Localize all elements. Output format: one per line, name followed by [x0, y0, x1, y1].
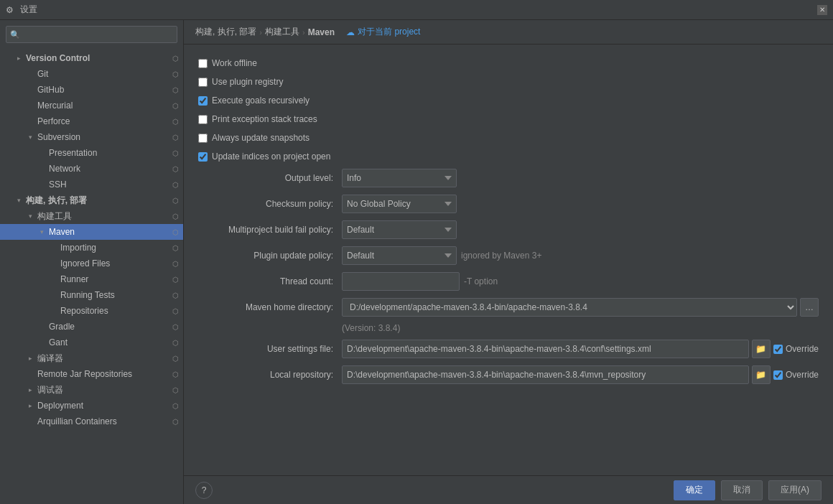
sidebar-item-presentation[interactable]: Presentation ⬡: [0, 145, 183, 161]
user-settings-override-checkbox[interactable]: [773, 345, 783, 354]
external-icon: ⬡: [170, 243, 180, 253]
sidebar-item-compiler[interactable]: 编译器 ⬡: [0, 350, 183, 366]
sidebar-item-remote-jar[interactable]: Remote Jar Repositories ⬡: [0, 366, 183, 382]
search-input[interactable]: [6, 26, 177, 43]
confirm-button[interactable]: 确定: [674, 480, 715, 500]
cancel-button[interactable]: 取消: [721, 480, 763, 500]
output-level-select[interactable]: Info Debug Warn Error: [342, 169, 457, 187]
user-settings-input[interactable]: [342, 340, 749, 358]
sidebar-item-ignored-files[interactable]: Ignored Files ⬡: [0, 256, 183, 271]
external-icon: ⬡: [170, 211, 180, 221]
project-link[interactable]: ☁ 对于当前 project: [346, 26, 420, 38]
breadcrumb-item-2: 构建工具: [265, 26, 299, 38]
local-repo-input[interactable]: [342, 365, 749, 384]
thread-count-note: -T option: [464, 276, 498, 286]
sidebar: 🔍 Version Control ⬡ Git ⬡ GitHub ⬡: [0, 20, 184, 504]
local-repo-dir-row: 📁: [342, 365, 771, 384]
sidebar-item-maven[interactable]: Maven ⬡: [0, 224, 183, 240]
sidebar-item-importing[interactable]: Importing ⬡: [0, 240, 183, 256]
external-icon: ⬡: [170, 401, 180, 411]
sidebar-item-runner[interactable]: Runner ⬡: [0, 271, 183, 287]
multiproject-build-select[interactable]: Default Always Fail Never Fail: [342, 220, 457, 239]
plugin-update-label: Plugin update policy:: [198, 251, 342, 261]
checkbox-always-update-label[interactable]: Always update snapshots: [212, 133, 310, 143]
sidebar-item-github[interactable]: GitHub ⬡: [0, 82, 183, 98]
thread-count-input[interactable]: [342, 272, 460, 291]
local-repo-browse-btn[interactable]: 📁: [752, 365, 771, 384]
sidebar-item-deployment[interactable]: Deployment ⬡: [0, 398, 183, 414]
main-container: 🔍 Version Control ⬡ Git ⬡ GitHub ⬡: [0, 20, 833, 504]
expand-arrow: [26, 212, 34, 220]
sidebar-item-perforce[interactable]: Perforce ⬡: [0, 113, 183, 129]
search-box: 🔍: [6, 26, 177, 43]
checkbox-execute-goals[interactable]: [198, 96, 208, 106]
sidebar-item-gradle[interactable]: Gradle ⬡: [0, 319, 183, 335]
user-settings-dir-row: 📁: [342, 340, 771, 358]
bottom-bar: ? 确定 取消 应用(A): [184, 475, 833, 504]
plugin-update-note: ignored by Maven 3+: [461, 251, 541, 261]
checksum-policy-control: No Global Policy Fail Warn: [342, 195, 819, 213]
sidebar-item-git[interactable]: Git ⬡: [0, 66, 183, 82]
checkbox-work-offline[interactable]: [198, 59, 208, 68]
project-link-text: 对于当前 project: [358, 26, 420, 38]
local-repo-override: Override: [773, 370, 819, 380]
checkbox-print-exception[interactable]: [198, 115, 208, 124]
maven-home-control: D:/development/apache-maven-3.8.4-bin/ap…: [342, 298, 819, 317]
external-icon: ⬡: [170, 101, 180, 111]
user-settings-override-label: Override: [786, 344, 819, 354]
external-icon: ⬡: [170, 385, 180, 395]
sidebar-item-build-exec-deploy[interactable]: 构建, 执行, 部署 ⬡: [0, 192, 183, 208]
plugin-update-select[interactable]: Default Always Never Interval: [342, 246, 457, 265]
checkbox-print-exception-label[interactable]: Print exception stack traces: [212, 114, 317, 124]
sidebar-item-ssh[interactable]: SSH ⬡: [0, 177, 183, 192]
sidebar-item-network[interactable]: Network ⬡: [0, 161, 183, 177]
sidebar-item-mercurial[interactable]: Mercurial ⬡: [0, 98, 183, 113]
search-icon: 🔍: [10, 30, 20, 39]
user-settings-label: User settings file:: [198, 344, 342, 354]
thread-count-control: -T option: [342, 272, 819, 291]
sidebar-item-subversion[interactable]: Subversion ⬡: [0, 129, 183, 145]
checkbox-work-offline-label[interactable]: Work offline: [212, 58, 257, 68]
checkbox-print-exception-row: Print exception stack traces: [198, 112, 819, 126]
external-icon: ⬡: [170, 116, 180, 126]
user-settings-control: 📁 Override: [342, 340, 819, 358]
sidebar-item-build-tools[interactable]: 构建工具 ⬡: [0, 208, 183, 224]
external-icon: ⬡: [170, 353, 180, 363]
checkbox-update-indices[interactable]: [198, 152, 208, 162]
checkbox-plugin-registry-label[interactable]: Use plugin registry: [212, 77, 283, 87]
maven-home-select[interactable]: D:/development/apache-maven-3.8.4-bin/ap…: [342, 298, 797, 317]
plugin-update-control: Default Always Never Interval ignored by…: [342, 246, 819, 265]
external-icon: ⬡: [170, 164, 180, 174]
external-icon: ⬡: [170, 179, 180, 190]
sidebar-item-gant[interactable]: Gant ⬡: [0, 335, 183, 350]
maven-home-browse-btn[interactable]: …: [800, 298, 819, 317]
sidebar-item-version-control[interactable]: Version Control ⬡: [0, 50, 183, 66]
user-settings-browse-btn[interactable]: 📁: [752, 340, 771, 358]
expand-arrow: [26, 133, 34, 141]
close-button[interactable]: ✕: [817, 5, 827, 15]
sidebar-item-arquillian[interactable]: Arquillian Containers ⬡: [0, 414, 183, 429]
title-bar-title: 设置: [20, 4, 37, 16]
expand-arrow: [26, 354, 34, 363]
help-button[interactable]: ?: [195, 482, 213, 499]
checkbox-execute-goals-label[interactable]: Execute goals recursively: [212, 95, 310, 106]
external-icon: ⬡: [170, 132, 180, 142]
sidebar-item-running-tests[interactable]: Running Tests ⬡: [0, 287, 183, 303]
sidebar-item-repositories[interactable]: Repositories ⬡: [0, 303, 183, 319]
maven-home-row: Maven home directory: D:/development/apa…: [198, 297, 819, 317]
maven-home-label: Maven home directory:: [198, 302, 342, 312]
external-icon: ⬡: [170, 258, 180, 269]
checkbox-update-indices-label[interactable]: Update indices on project open: [212, 151, 330, 162]
multiproject-build-control: Default Always Fail Never Fail: [342, 220, 819, 239]
checksum-policy-select[interactable]: No Global Policy Fail Warn: [342, 195, 457, 213]
thread-count-label: Thread count:: [198, 276, 342, 286]
local-repo-override-checkbox[interactable]: [773, 370, 783, 380]
checkbox-plugin-registry[interactable]: [198, 78, 208, 87]
checkbox-plugin-registry-row: Use plugin registry: [198, 75, 819, 89]
sidebar-item-debugger[interactable]: 调试器 ⬡: [0, 382, 183, 398]
checkbox-always-update[interactable]: [198, 134, 208, 143]
output-level-label: Output level:: [198, 173, 342, 183]
external-icon: ⬡: [170, 337, 180, 347]
apply-button[interactable]: 应用(A): [768, 480, 822, 500]
breadcrumb-sep-1: ›: [259, 28, 262, 37]
